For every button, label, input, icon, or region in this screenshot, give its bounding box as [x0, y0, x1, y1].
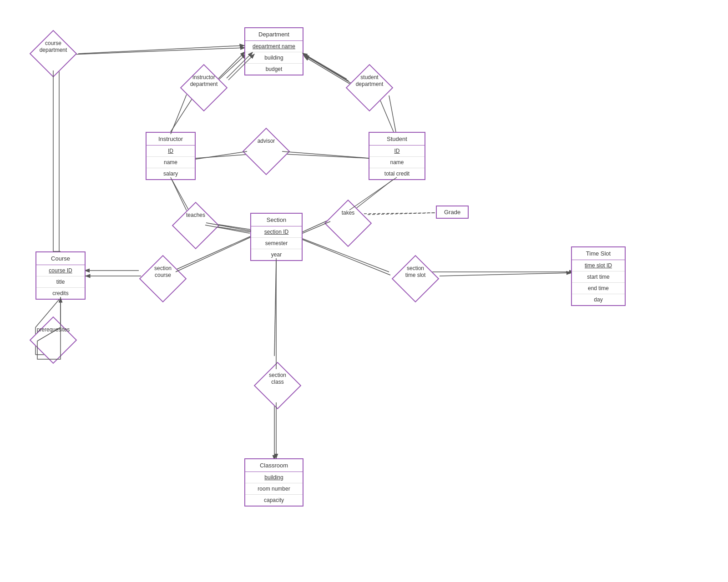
- entity-section-title: Section: [251, 214, 302, 226]
- entity-timeslot-attr-end: end time: [572, 283, 625, 294]
- entity-timeslot-attr-start: start time: [572, 271, 625, 283]
- diamond-section-timeslot: sectiontime slot: [390, 261, 440, 296]
- grade-label: Grade: [444, 209, 460, 216]
- entity-timeslot: Time Slot time slot ID start time end ti…: [571, 246, 626, 306]
- entity-classroom-attr-room: room number: [245, 483, 303, 495]
- entity-section: Section section ID semester year: [250, 213, 303, 261]
- diamond-instructor-dept: instructordepartment: [179, 70, 229, 105]
- entity-student-attr-name: name: [369, 157, 425, 168]
- diamond-student-dept: studentdepartment: [344, 70, 394, 105]
- diamond-prereq: prerequesites: [28, 323, 78, 357]
- diamond-takes: takes: [328, 206, 369, 240]
- entity-timeslot-attr-id: time slot ID: [572, 260, 625, 271]
- entity-classroom: Classroom building room number capacity: [244, 458, 303, 507]
- entity-instructor-attr-name: name: [147, 157, 195, 168]
- diamond-section-course: sectioncourse: [140, 261, 186, 296]
- grade-box: Grade: [436, 206, 469, 219]
- entity-department-attr-name: department name: [245, 41, 303, 52]
- entity-classroom-attr-capacity: capacity: [245, 495, 303, 506]
- entity-course-attr-title: title: [36, 276, 85, 288]
- entity-instructor-title: Instructor: [147, 133, 195, 146]
- entity-department-attr-budget: budget: [245, 64, 303, 75]
- entity-student-attr-credit: total credit: [369, 168, 425, 179]
- entity-department-title: Department: [245, 28, 303, 41]
- entity-section-attr-semester: semester: [251, 238, 302, 249]
- entity-section-attr-year: year: [251, 249, 302, 260]
- entity-department-attr-building: building: [245, 52, 303, 64]
- entity-instructor: Instructor ID name salary: [146, 132, 196, 180]
- entity-section-attr-id: section ID: [251, 226, 302, 238]
- entity-timeslot-attr-day: day: [572, 294, 625, 305]
- entity-course-attr-id: course ID: [36, 265, 85, 276]
- entity-instructor-attr-salary: salary: [147, 168, 195, 179]
- entity-student-attr-id: ID: [369, 146, 425, 157]
- diamond-advisor: advisor: [246, 134, 287, 168]
- entity-student: Student ID name total credit: [369, 132, 425, 180]
- diamond-section-class: sectionclass: [257, 368, 298, 402]
- entity-timeslot-title: Time Slot: [572, 247, 625, 260]
- diamond-course-dept: coursedepartment: [28, 36, 78, 70]
- entity-course: Course course ID title credits: [35, 251, 86, 300]
- entity-instructor-attr-id: ID: [147, 146, 195, 157]
- entity-course-title: Course: [36, 252, 85, 265]
- diamond-teaches: teaches: [175, 208, 216, 242]
- entity-course-attr-credits: credits: [36, 288, 85, 299]
- entity-student-title: Student: [369, 133, 425, 146]
- entity-classroom-title: Classroom: [245, 459, 303, 472]
- entity-classroom-attr-building: building: [245, 472, 303, 483]
- entity-department: Department department name building budg…: [244, 27, 303, 75]
